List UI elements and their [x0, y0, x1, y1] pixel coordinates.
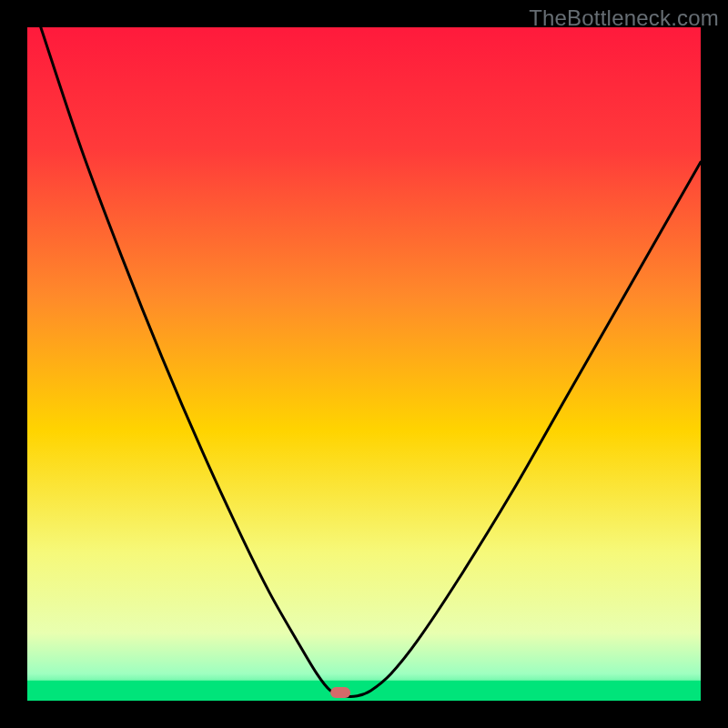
watermark-text: TheBottleneck.com: [529, 5, 719, 31]
chart-frame: [0, 0, 728, 728]
